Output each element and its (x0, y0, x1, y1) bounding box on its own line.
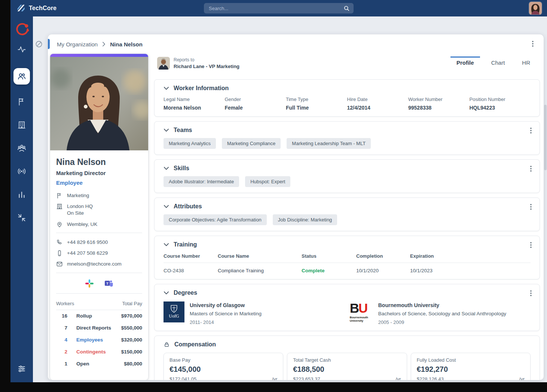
comp-per: /yr (519, 376, 525, 380)
department-row: Marketing (56, 192, 142, 199)
field-legal-name: Legal NameMorena Nelson (164, 97, 225, 111)
degree-name: Masters of Science in Marketing (190, 311, 262, 316)
profile-card: Nina Nelson Marketing Director Employee … (50, 54, 148, 380)
glasgow-logo: UofG (164, 301, 184, 322)
field-time-type: Time TypeFull Time (286, 97, 347, 111)
degrees-kebab-menu[interactable] (527, 290, 535, 297)
reports-to[interactable]: Reports to Richard Lane - VP Marketing (157, 57, 239, 70)
comp-usd: $223,653.37 (293, 376, 320, 380)
training-table-row: CO-2438 Compliance Training Complete 10/… (164, 263, 531, 273)
chevron-down-icon[interactable] (164, 291, 169, 295)
worker-count: 2 (56, 349, 67, 355)
phone-icon (56, 239, 63, 246)
user-avatar[interactable] (529, 2, 542, 15)
comp-card-base-pay: Base Pay €145,000 $172,041.05 /yr (164, 353, 283, 380)
section-worker-information: Worker Information Legal NameMorena Nels… (154, 79, 540, 117)
degree-school: Bournemouth University (378, 302, 506, 308)
brand-name: TechCore (29, 5, 56, 12)
teams-icon[interactable]: T (104, 279, 113, 288)
degree-years: 2005 - 2009 (378, 319, 506, 325)
phone-value: +44 829 616 9500 (67, 239, 108, 246)
comp-amount: €188,500 (293, 365, 401, 374)
office-value: London HQOn Site (67, 203, 93, 217)
flag-icon[interactable] (17, 97, 26, 106)
comp-label: Base Pay (169, 357, 277, 363)
profile-worker-type-link[interactable]: Employee (56, 180, 83, 186)
office-name: London HQ (67, 203, 93, 209)
workers-header-left: Workers (56, 301, 74, 306)
content-area: My Organization Nina Nelson (33, 16, 547, 382)
team-chip: Marketing Compliance (222, 138, 281, 149)
profile-details: Nina Nelson Marketing Director Employee … (50, 150, 148, 373)
profile-name: Nina Nelson (56, 157, 142, 167)
teams-kebab-menu[interactable] (527, 127, 535, 134)
panel-toggle-button[interactable] (35, 40, 43, 48)
building-icon[interactable] (17, 120, 26, 129)
scrollbar[interactable] (544, 34, 547, 380)
slack-icon[interactable] (85, 279, 94, 288)
panel-body: Nina Nelson Marketing Director Employee … (48, 54, 544, 380)
worker-label: Open (67, 361, 124, 367)
brand[interactable]: TechCore (16, 4, 56, 13)
breadcrumb-parent[interactable]: My Organization (57, 41, 98, 48)
chevron-down-icon[interactable] (164, 128, 169, 132)
mobile-icon (56, 250, 63, 257)
comp-usd: $172,041.05 (169, 376, 196, 380)
skills-kebab-menu[interactable] (527, 165, 535, 172)
sliders-icon[interactable] (17, 364, 26, 373)
comp-amount: €145,000 (169, 365, 277, 374)
section-header: Worker Information (164, 85, 531, 92)
flag-icon (56, 192, 63, 199)
section-header: Training (164, 241, 531, 248)
search-bar[interactable] (204, 3, 354, 13)
compensation-cards: Base Pay €145,000 $172,041.05 /yr Total … (164, 353, 531, 380)
chevron-down-icon[interactable] (164, 86, 169, 91)
workers-row-rollup: 16 Rollup $970,000 (56, 310, 142, 322)
chevron-down-icon[interactable] (164, 166, 169, 171)
section-header: Degrees (164, 290, 531, 296)
collapse-arrows-icon[interactable] (17, 213, 26, 222)
page-kebab-menu[interactable] (529, 40, 537, 48)
search-icon[interactable] (343, 5, 350, 12)
team-icon[interactable] (17, 144, 26, 153)
broadcast-icon[interactable] (17, 167, 26, 176)
status-badge: Complete (302, 268, 356, 273)
breadcrumb: My Organization Nina Nelson (48, 34, 544, 54)
tab-profile[interactable]: Profile (450, 54, 480, 68)
workers-row-open: 1 Open $80,000 (56, 358, 142, 370)
worker-label: Direct Reports (67, 325, 121, 331)
profile-job-title: Marketing Director (56, 170, 142, 176)
sidebar-item-people[interactable] (13, 68, 30, 85)
chevron-down-icon[interactable] (164, 205, 169, 209)
team-chip: Marketing Analytics (164, 138, 216, 149)
section-attributes: Attributes Corporate Objectives: Agile T… (154, 197, 540, 231)
bournemouth-logo: BU Bournemouth University (350, 301, 373, 323)
tab-chart[interactable]: Chart (485, 54, 511, 68)
panel-toggle-icon (35, 40, 43, 48)
comp-usd: $228,126.43 (417, 376, 444, 380)
attribute-chip: Job Discipline: Marketing (273, 214, 337, 225)
scrollbar-thumb[interactable] (544, 105, 547, 170)
attributes-kebab-menu[interactable] (527, 203, 535, 211)
mobile-value: +44 207 508 6229 (67, 250, 108, 257)
training-kebab-menu[interactable] (527, 241, 535, 249)
degree-years: 2011- 2014 (190, 319, 262, 325)
orbit-logo-icon[interactable] (14, 22, 29, 37)
activity-icon[interactable] (17, 45, 26, 54)
comp-card-fully-loaded-cost: Fully Loaded Cost €192,270 $228,126.43 /… (411, 353, 531, 380)
divider (56, 293, 142, 294)
profile-accent-bar (50, 54, 148, 57)
tab-hr[interactable]: HR (516, 54, 536, 68)
search-input[interactable] (209, 6, 343, 11)
skills-chips: Adobe Illustrator: Intermediate Hubspot:… (164, 176, 531, 187)
reports-to-text: Reports to Richard Lane - VP Marketing (174, 57, 239, 69)
worker-label: Employees (67, 337, 121, 343)
expiration-date: 10/1/2023 (410, 268, 531, 273)
reports-tabs-row: Reports to Richard Lane - VP Marketing P… (154, 54, 540, 75)
svg-text:T: T (106, 281, 109, 285)
bar-chart-icon[interactable] (17, 190, 26, 199)
site-type: On Site (67, 210, 84, 216)
reports-to-avatar (157, 57, 170, 70)
workers-row-employees: 4 Employees $320,000 (56, 334, 142, 346)
chevron-down-icon[interactable] (164, 243, 169, 247)
